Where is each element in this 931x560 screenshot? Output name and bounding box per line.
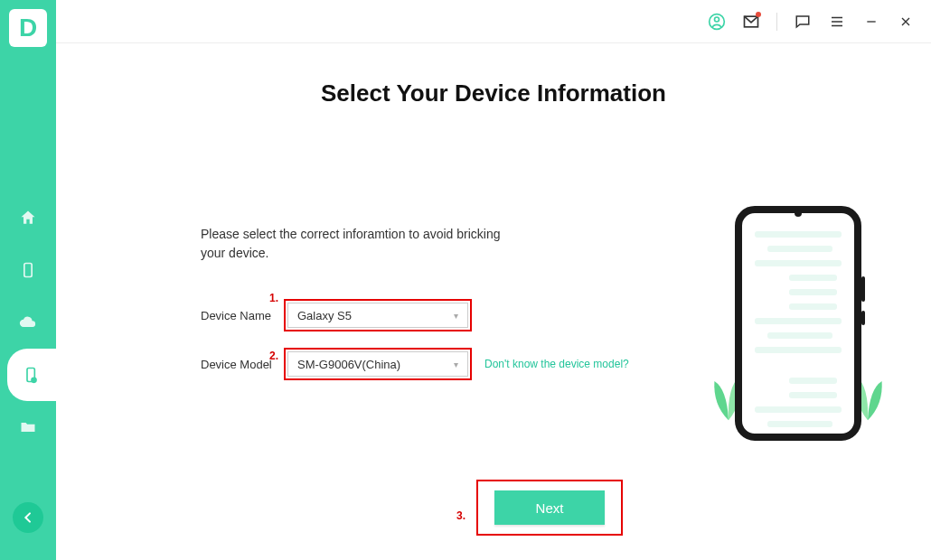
sidebar-item-repair[interactable]: ! [7,349,56,401]
feedback-icon[interactable] [794,13,812,31]
next-highlight: Next [476,480,623,536]
annotation-1: 1. [269,292,278,304]
account-icon[interactable] [708,13,726,31]
sidebar-item-device[interactable] [0,244,56,296]
device-model-select[interactable]: SM-G9006V(China) ▾ [287,351,468,377]
phone-illustration [721,206,875,441]
device-model-value: SM-G9006V(China) [297,358,400,371]
mail-icon[interactable] [742,13,760,31]
device-name-select[interactable]: Galaxy S5 ▾ [287,303,468,328]
minimize-icon[interactable] [862,13,880,31]
app-logo: D [9,9,47,47]
sidebar-item-home[interactable] [0,191,56,244]
phone-frame [735,206,861,441]
menu-icon[interactable] [828,13,846,31]
annotation-2: 2. [269,350,278,362]
sidebar-item-cloud[interactable] [0,296,56,349]
main-content: Select Your Device Information Please se… [56,0,931,560]
svg-text:!: ! [33,378,34,383]
device-name-label: Device Name [201,309,284,322]
notification-dot [756,12,761,17]
back-button[interactable] [13,502,43,533]
chevron-down-icon: ▾ [454,311,458,321]
device-name-value: Galaxy S5 [297,309,352,322]
annotation-3: 3. [456,509,466,522]
next-button[interactable]: Next [494,490,605,525]
device-model-help-link[interactable]: Don't know the device model? [484,358,629,370]
titlebar [56,0,931,43]
device-model-highlight: SM-G9006V(China) ▾ [284,348,472,380]
svg-rect-0 [24,264,32,277]
sidebar: D ! [0,0,56,560]
phone-notch [795,210,802,217]
close-icon[interactable] [897,13,915,31]
device-name-highlight: Galaxy S5 ▾ [284,299,472,331]
svg-point-5 [715,17,719,22]
sidebar-item-folder[interactable] [0,401,56,453]
page-title: Select Your Device Information [110,79,877,107]
instruction-text: Please select the correct inforamtion to… [201,225,526,263]
chevron-down-icon: ▾ [454,359,458,369]
